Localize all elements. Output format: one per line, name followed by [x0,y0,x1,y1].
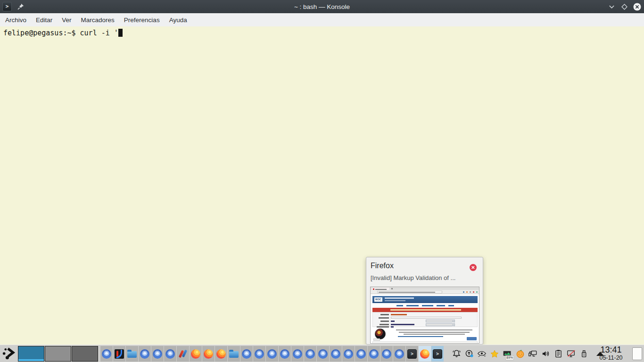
menu-ayuda[interactable]: Ayuda [165,16,192,24]
window-title: ~ : bash — Konsole [0,3,644,10]
chromium-icon [331,349,340,359]
chromium-icon [344,349,353,359]
file-manager-icon [229,351,239,358]
tooltip-window-title: [Invalid] Markup Validation of ... [371,274,479,281]
screen-disabled-icon[interactable] [566,349,576,359]
task-button-media-player[interactable] [113,346,125,362]
chromium-icon [305,349,315,359]
minimize-button[interactable] [608,3,616,11]
thumb-nav-links [372,304,478,307]
bell-icon[interactable] [452,349,461,359]
tooltip-app-title: Firefox [371,262,394,270]
task-button-firefox[interactable] [190,346,202,362]
chromium-icon [395,349,404,359]
task-button-firefox[interactable] [419,346,431,362]
network-icon[interactable] [528,349,537,359]
task-button-chromium[interactable] [253,346,265,362]
system-tray: 89% [452,345,604,362]
chromium-icon [165,349,175,359]
typed-command: curl -i ' [76,29,118,37]
task-button-paint-app[interactable] [177,346,189,362]
thumb-options-tab [373,338,380,341]
chromium-icon [293,349,302,359]
taskbar-panel: >> 89% 13:41 05-11-20 [0,345,644,362]
window-titlebar[interactable]: > ~ : bash — Konsole [0,0,644,13]
menu-editar[interactable]: Editar [31,16,57,24]
display-profile-icon[interactable]: 89% [503,349,512,359]
task-button-firefox[interactable] [215,346,227,362]
konsole-app-icon: > [2,2,12,11]
menu-preferencias[interactable]: Preferencias [119,16,165,24]
eye-icon[interactable] [477,349,487,359]
desktop-1-active[interactable] [18,346,44,362]
virtual-desktop-pager [18,346,98,362]
maximize-button[interactable] [620,3,628,11]
task-button-chromium[interactable] [100,346,113,362]
firefox-icon [191,349,200,359]
chromium-icon [356,349,366,359]
orange-icon[interactable] [515,349,525,359]
terminal-cursor [118,29,123,37]
thumb-link [398,336,443,337]
task-button-chromium[interactable] [240,346,253,362]
validation-error-bar [372,308,478,312]
task-button-chromium[interactable] [304,346,316,362]
menu-marcadores[interactable]: Marcadores [76,16,119,24]
close-window-icon[interactable]: ✕ [470,264,477,271]
task-button-chromium[interactable] [139,346,151,362]
file-manager-icon [127,351,137,358]
chromium-icon [102,349,111,359]
update-arrow-icon[interactable] [464,349,474,359]
volume-icon[interactable] [541,349,550,359]
task-button-chromium[interactable] [291,346,304,362]
konsole-icon: > [407,349,417,359]
task-button-firefox[interactable] [202,346,215,362]
task-button-chromium[interactable] [164,346,176,362]
task-button-file-manager[interactable] [126,346,138,362]
validator-logo [375,329,386,339]
task-button-konsole[interactable]: > [406,346,418,362]
desktop-2[interactable] [45,346,71,362]
task-manager: >> [100,346,444,362]
w3c-header-band: W3C [372,296,478,303]
chromium-icon [382,349,391,359]
clock-date: 05-11-20 [593,354,629,361]
clipboard-icon[interactable] [553,349,563,359]
terminal-line: felipe@pegasus:~$ curl -i ' [3,28,123,38]
task-button-chromium[interactable] [317,346,329,362]
firefox-task-tooltip: Firefox ✕ [Invalid] Markup Validation of… [366,257,483,345]
desktop-3[interactable] [72,346,98,362]
task-button-chromium[interactable] [393,346,405,362]
task-button-chromium[interactable] [342,346,355,362]
konsole-icon: > [433,349,442,359]
task-button-chromium[interactable] [279,346,291,362]
digital-clock[interactable]: 13:41 05-11-20 [593,346,629,362]
task-button-chromium[interactable] [151,346,164,362]
paint-app-icon [178,349,188,359]
window-thumbnail[interactable]: W3C [370,287,479,344]
task-button-konsole[interactable]: > [431,346,444,362]
menu-archivo[interactable]: Archivo [0,16,31,24]
usb-icon[interactable] [579,349,588,359]
task-button-chromium[interactable] [330,346,342,362]
close-button[interactable] [633,3,641,11]
menu-ver[interactable]: Ver [57,16,76,24]
terminal-view[interactable]: felipe@pegasus:~$ curl -i ' [0,26,644,345]
chromium-icon [318,349,328,359]
pin-keep-above-icon[interactable] [17,3,25,10]
chromium-icon [280,349,289,359]
task-button-chromium[interactable] [355,346,367,362]
show-desktop-button[interactable] [632,347,642,360]
task-button-chromium[interactable] [380,346,393,362]
chromium-icon [153,349,162,359]
app-launcher-icon[interactable] [2,347,16,361]
star-icon[interactable] [490,349,499,359]
thumb-options-box [372,341,478,344]
task-button-chromium[interactable] [368,346,380,362]
w3c-logo: W3C [374,297,382,302]
chromium-icon [140,349,149,359]
chromium-icon [242,349,251,359]
task-button-file-manager[interactable] [228,346,240,362]
media-player-icon [115,349,124,359]
task-button-chromium[interactable] [266,346,278,362]
